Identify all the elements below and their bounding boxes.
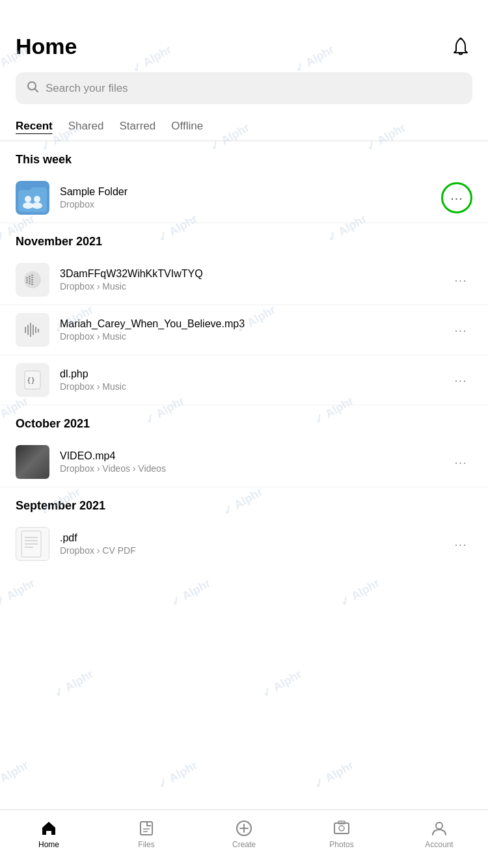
- svg-rect-17: [31, 277, 33, 278]
- section-this-week: This week: [0, 141, 488, 173]
- tab-starred[interactable]: Starred: [120, 115, 156, 141]
- svg-point-41: [339, 826, 344, 831]
- svg-rect-40: [334, 823, 349, 834]
- nav-account-label: Account: [425, 840, 453, 849]
- svg-text:{}: {}: [27, 376, 35, 385]
- svg-rect-21: [25, 327, 26, 333]
- file-name: Mariah_Carey_When_You_Believe.mp3: [60, 318, 439, 330]
- nav-files[interactable]: Files: [98, 819, 195, 849]
- svg-rect-18: [31, 279, 33, 280]
- ellipsis-icon: ···: [454, 373, 467, 388]
- bottom-navigation: Home Files Create: [0, 809, 488, 868]
- video-thumbnail: [16, 445, 49, 479]
- tabs-container: Recent Shared Starred Offline: [0, 115, 488, 141]
- page-title: Home: [16, 34, 77, 59]
- svg-rect-15: [29, 283, 31, 284]
- more-options-button[interactable]: ···: [449, 318, 472, 342]
- more-options-button[interactable]: ···: [449, 450, 472, 474]
- status-bar: [0, 0, 488, 29]
- svg-rect-22: [27, 325, 29, 335]
- audio-icon: [16, 313, 49, 347]
- more-options-button[interactable]: ···: [449, 268, 472, 292]
- svg-point-4: [25, 196, 31, 202]
- home-icon: [40, 819, 58, 837]
- file-info: VIDEO.mp4 Dropbox › Videos › Videos: [60, 450, 439, 474]
- svg-rect-16: [31, 275, 33, 276]
- svg-rect-10: [26, 280, 28, 281]
- svg-point-0: [460, 37, 462, 39]
- svg-rect-26: [38, 329, 39, 332]
- more-options-button-highlighted[interactable]: ···: [441, 182, 472, 213]
- list-item: 3DamFFqW32WihKkTVIwTYQ Dropbox › Music ·…: [0, 255, 488, 305]
- svg-rect-23: [30, 323, 31, 337]
- search-placeholder: Search your files: [46, 82, 128, 95]
- file-name: VIDEO.mp4: [60, 450, 439, 462]
- list-item: Mariah_Carey_When_You_Believe.mp3 Dropbo…: [0, 305, 488, 355]
- tab-recent[interactable]: Recent: [16, 115, 53, 141]
- search-bar[interactable]: Search your files: [16, 72, 472, 104]
- file-info: Sample Folder Dropbox: [60, 186, 431, 210]
- svg-rect-25: [35, 327, 36, 333]
- file-name: .pdf: [60, 532, 439, 544]
- list-item: .pdf Dropbox › CV PDF ···: [0, 519, 488, 569]
- nav-home[interactable]: Home: [0, 819, 98, 849]
- list-item: VIDEO.mp4 Dropbox › Videos › Videos ···: [0, 437, 488, 487]
- ellipsis-icon: ···: [454, 455, 467, 470]
- code-icon: {}: [16, 363, 49, 397]
- file-path: Dropbox › Videos › Videos: [60, 463, 439, 474]
- search-container: Search your files: [0, 67, 488, 115]
- file-path: Dropbox › Music: [60, 331, 439, 342]
- file-name: Sample Folder: [60, 186, 431, 198]
- svg-rect-20: [31, 284, 33, 285]
- file-path: Dropbox: [60, 199, 431, 210]
- pdf-thumbnail: [16, 527, 49, 561]
- audio-icon: [16, 263, 49, 297]
- svg-point-7: [32, 202, 42, 209]
- file-info: dl.php Dropbox › Music: [60, 368, 439, 392]
- svg-point-43: [436, 822, 442, 829]
- create-icon: [235, 819, 253, 837]
- nav-files-label: Files: [138, 840, 154, 849]
- file-path: Dropbox › Music: [60, 281, 439, 292]
- svg-point-6: [23, 202, 33, 209]
- ellipsis-icon: ···: [454, 273, 467, 288]
- nav-photos-label: Photos: [329, 840, 353, 849]
- folder-icon: [16, 181, 49, 215]
- file-path: Dropbox › CV PDF: [60, 545, 439, 556]
- notifications-icon[interactable]: [449, 35, 472, 59]
- section-oct-2021: October 2021: [0, 405, 488, 437]
- svg-rect-19: [31, 282, 33, 283]
- svg-rect-14: [29, 280, 31, 282]
- search-icon: [26, 80, 39, 96]
- section-nov-2021: November 2021: [0, 223, 488, 255]
- svg-rect-11: [26, 282, 28, 283]
- svg-line-2: [35, 89, 38, 92]
- nav-create[interactable]: Create: [195, 819, 293, 849]
- ellipsis-icon: ···: [450, 191, 463, 206]
- account-icon: [430, 819, 448, 837]
- ellipsis-icon: ···: [454, 323, 467, 338]
- file-info: Mariah_Carey_When_You_Believe.mp3 Dropbo…: [60, 318, 439, 342]
- list-item: Sample Folder Dropbox ···: [0, 173, 488, 223]
- file-path: Dropbox › Music: [60, 381, 439, 392]
- list-item: {} dl.php Dropbox › Music ···: [0, 355, 488, 405]
- svg-rect-9: [26, 277, 28, 278]
- more-options-button[interactable]: ···: [449, 368, 472, 392]
- file-name: dl.php: [60, 368, 439, 380]
- header: Home: [0, 29, 488, 67]
- files-icon: [137, 819, 156, 837]
- more-options-button[interactable]: ···: [449, 532, 472, 556]
- svg-rect-12: [29, 276, 31, 277]
- tab-shared[interactable]: Shared: [68, 115, 104, 141]
- nav-create-label: Create: [232, 840, 256, 849]
- ellipsis-icon: ···: [454, 537, 467, 552]
- svg-point-5: [34, 196, 40, 202]
- nav-home-label: Home: [38, 840, 59, 849]
- file-info: 3DamFFqW32WihKkTVIwTYQ Dropbox › Music: [60, 268, 439, 292]
- file-info: .pdf Dropbox › CV PDF: [60, 532, 439, 556]
- file-name: 3DamFFqW32WihKkTVIwTYQ: [60, 268, 439, 280]
- nav-account[interactable]: Account: [390, 819, 488, 849]
- tab-offline[interactable]: Offline: [171, 115, 203, 141]
- nav-photos[interactable]: Photos: [293, 819, 390, 849]
- svg-rect-13: [29, 278, 31, 280]
